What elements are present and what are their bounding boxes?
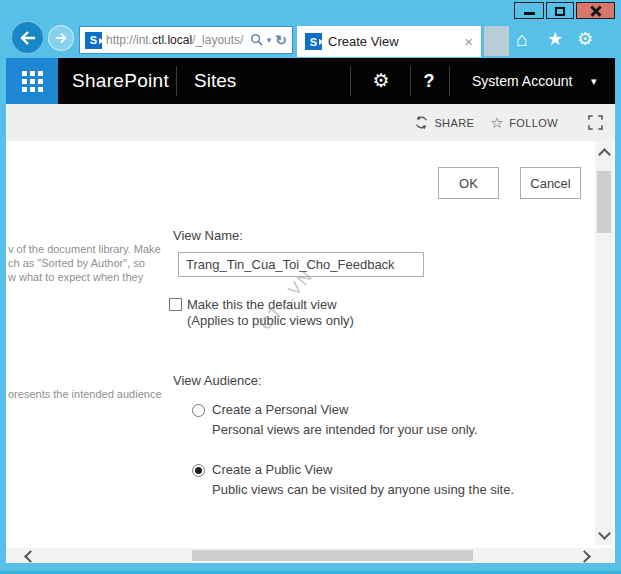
- vertical-scrollbar[interactable]: [595, 141, 613, 545]
- sharepoint-logo-icon: S: [85, 32, 102, 49]
- suitebar-divider: [449, 66, 450, 96]
- personal-view-description: Personal views are intended for your use…: [212, 422, 478, 437]
- search-icon[interactable]: [250, 33, 263, 48]
- follow-star-icon: ☆: [490, 115, 504, 130]
- default-view-label: Make this the default view: [187, 297, 337, 312]
- suitebar-divider: [350, 66, 351, 96]
- vertical-scroll-thumb[interactable]: [597, 171, 611, 233]
- focus-icon: [588, 115, 603, 130]
- maximize-icon: [555, 7, 565, 16]
- ribbon-bar: SHARE ☆ FOLLOW: [6, 104, 615, 141]
- scroll-left-icon[interactable]: [24, 550, 37, 563]
- scroll-up-icon[interactable]: [598, 148, 611, 161]
- share-label: SHARE: [434, 117, 474, 129]
- focus-mode-button[interactable]: [588, 115, 603, 130]
- maximize-button[interactable]: [546, 2, 574, 19]
- waffle-icon: [22, 71, 43, 92]
- forward-arrow-icon: [54, 32, 68, 44]
- account-menu[interactable]: System Account: [472, 58, 572, 104]
- horizontal-scrollbar[interactable]: [6, 548, 614, 563]
- scroll-right-icon[interactable]: [578, 550, 591, 563]
- new-tab-button[interactable]: [484, 26, 509, 56]
- share-button[interactable]: SHARE: [414, 115, 474, 130]
- left-description-fragment: v of the document library. Make ch as "S…: [8, 242, 170, 284]
- minimize-icon: [524, 12, 535, 15]
- tab-close-icon[interactable]: ×: [464, 34, 473, 49]
- personal-view-label[interactable]: Create a Personal View: [212, 402, 348, 417]
- follow-button[interactable]: ☆ FOLLOW: [490, 115, 558, 130]
- close-window-button[interactable]: [576, 2, 615, 19]
- suite-bar: SharePoint Sites ⚙ ? System Account ▾: [6, 58, 615, 104]
- share-icon: [414, 115, 429, 130]
- suitebar-divider: [176, 66, 177, 96]
- sites-link[interactable]: Sites: [194, 58, 236, 104]
- account-caret-icon[interactable]: ▾: [591, 58, 597, 104]
- scroll-down-icon[interactable]: [598, 527, 611, 540]
- refresh-icon[interactable]: ↻: [275, 33, 287, 47]
- address-bar[interactable]: S http://int.ctl.local/_layouts/ ▾ ↻: [79, 26, 293, 54]
- view-name-label: View Name:: [173, 228, 243, 243]
- back-arrow-icon: [19, 30, 37, 46]
- minimize-button[interactable]: [514, 2, 544, 19]
- default-view-note: (Applies to public views only): [187, 313, 354, 328]
- tools-gear-icon[interactable]: ⚙: [577, 30, 593, 48]
- url-text[interactable]: http://int.ctl.local/_layouts/: [106, 33, 246, 47]
- public-view-label[interactable]: Create a Public View: [212, 462, 332, 477]
- favorites-star-icon[interactable]: ★: [547, 30, 563, 48]
- back-button[interactable]: [11, 21, 44, 54]
- public-view-description: Public views can be visited by anyone us…: [212, 482, 514, 497]
- ok-button[interactable]: OK: [438, 167, 499, 199]
- sharepoint-logo-icon: S: [305, 33, 322, 50]
- app-launcher-button[interactable]: [6, 58, 58, 104]
- sharepoint-brand-link[interactable]: SharePoint: [72, 58, 169, 104]
- cancel-button[interactable]: Cancel: [520, 167, 581, 199]
- radio-personal-view[interactable]: [192, 404, 205, 417]
- tab-title: Create View: [328, 34, 458, 49]
- follow-label: FOLLOW: [509, 117, 558, 129]
- page-content: SHARE ☆ FOLLOW OK Cancel v of the docume…: [6, 104, 615, 563]
- left-audience-fragment: oresents the intended audience: [8, 387, 170, 401]
- default-view-checkbox[interactable]: [169, 298, 182, 311]
- horizontal-scroll-thumb[interactable]: [192, 550, 473, 561]
- browser-window: S http://int.ctl.local/_layouts/ ▾ ↻ S C…: [0, 0, 621, 574]
- home-icon[interactable]: ⌂: [516, 29, 528, 49]
- suitebar-divider: [410, 66, 411, 96]
- radio-public-view[interactable]: [192, 464, 205, 477]
- view-name-input[interactable]: [178, 252, 424, 277]
- forward-button[interactable]: [48, 25, 74, 51]
- help-button[interactable]: ?: [412, 58, 446, 104]
- address-dropdown-icon[interactable]: ▾: [267, 36, 272, 45]
- browser-tab-create-view[interactable]: S Create View ×: [297, 26, 481, 57]
- view-audience-label: View Audience:: [173, 373, 262, 388]
- settings-gear-icon[interactable]: ⚙: [364, 58, 398, 104]
